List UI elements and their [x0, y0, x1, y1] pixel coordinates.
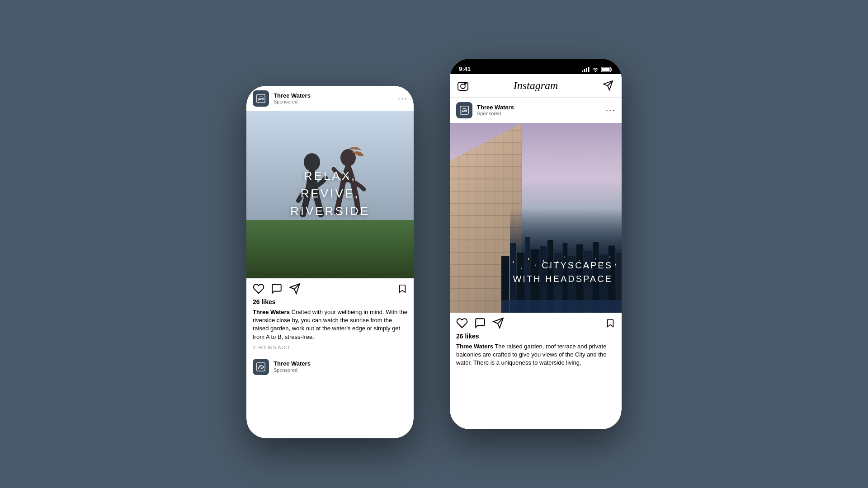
running-image: RELAX, REVIVE, RIVERSIDE: [246, 111, 414, 278]
svg-point-14: [461, 84, 465, 89]
svg-rect-9: [588, 67, 590, 72]
bottom-logo-icon-1: [256, 362, 266, 372]
post-caption-1: Three Waters Crafted with your wellbeing…: [246, 308, 414, 344]
action-icons-left-1: [253, 283, 301, 295]
svg-rect-50: [501, 300, 622, 313]
svg-point-48: [609, 256, 610, 258]
likes-count-1: 26 likes: [246, 297, 414, 308]
image-overlay-text-2: CITYSCAPES WITH HEADSPACE: [513, 258, 613, 286]
svg-rect-12: [602, 68, 610, 71]
bottom-avatar-1: [253, 359, 269, 375]
city-image: CITYSCAPES WITH HEADSPACE: [450, 123, 622, 313]
avatar-2: [456, 102, 472, 118]
account-name-1: Three Waters: [274, 92, 311, 99]
bookmark-icon-2[interactable]: [605, 317, 615, 329]
phone-2: 9:41: [450, 59, 622, 429]
camera-icon-2[interactable]: [457, 80, 469, 92]
action-bar-1: [246, 278, 414, 297]
signal-icon: [582, 67, 590, 72]
share-icon-2[interactable]: [492, 317, 504, 329]
time-ago-1: 3 HOURS AGO: [246, 344, 414, 355]
share-icon-1[interactable]: [289, 283, 301, 295]
post-header-left-2: Three Waters Sponsored: [456, 102, 514, 118]
caption-author-1: Three Waters: [253, 309, 290, 315]
svg-rect-6: [582, 70, 583, 72]
post-account-info-1: Three Waters Sponsored: [274, 92, 311, 105]
bottom-sponsored-label-1: Sponsored: [274, 367, 311, 373]
phone-1: Three Waters Sponsored ···: [246, 86, 414, 438]
heart-icon-2[interactable]: [456, 317, 468, 329]
svg-point-42: [564, 256, 565, 258]
wifi-icon: [592, 67, 599, 72]
status-bar-2: 9:41: [450, 59, 622, 74]
bottom-account-name-1: Three Waters: [274, 360, 311, 367]
more-options-1[interactable]: ···: [398, 94, 407, 103]
phone-2-screen: 9:41: [450, 59, 622, 429]
post-header-left-1: Three Waters Sponsored: [253, 90, 311, 107]
image-overlay-text-1: RELAX, REVIVE, RIVERSIDE: [290, 167, 370, 220]
account-name-2: Three Waters: [477, 104, 514, 111]
post-header-2: Three Waters Sponsored ···: [450, 98, 622, 123]
caption-author-2: Three Waters: [456, 343, 493, 350]
notch-2: [506, 59, 565, 71]
instagram-header-2: Instagram: [450, 74, 622, 98]
post-image-1: RELAX, REVIVE, RIVERSIDE: [246, 111, 414, 278]
svg-point-49: [615, 264, 616, 266]
send-icon-2[interactable]: [603, 80, 614, 92]
status-icons-2: [582, 67, 613, 72]
post-caption-2: Three Waters The raised garden, roof ter…: [450, 343, 622, 370]
post-image-2: CITYSCAPES WITH HEADSPACE: [450, 123, 622, 313]
avatar-1: [253, 90, 269, 107]
svg-rect-8: [586, 68, 587, 72]
post-account-info-2: Three Waters Sponsored: [477, 104, 514, 117]
instagram-logo-2: Instagram: [514, 80, 558, 92]
action-icons-left-2: [456, 317, 504, 329]
comment-icon-2[interactable]: [474, 317, 486, 329]
status-time-2: 9:41: [459, 66, 471, 72]
sponsored-label-2: Sponsored: [477, 111, 514, 117]
heart-icon-1[interactable]: [253, 283, 264, 295]
sponsored-label-1: Sponsored: [274, 99, 311, 105]
bookmark-icon-1[interactable]: [397, 283, 407, 295]
action-bar-2: [450, 313, 622, 332]
svg-rect-11: [611, 69, 612, 71]
phone-1-screen: Three Waters Sponsored ···: [246, 86, 414, 438]
comment-icon-1[interactable]: [271, 283, 283, 295]
more-options-2[interactable]: ···: [606, 106, 615, 115]
bottom-account-info-1: Three Waters Sponsored: [274, 360, 311, 373]
battery-icon: [601, 67, 613, 72]
svg-rect-15: [465, 83, 466, 84]
three-waters-logo-icon-2: [459, 105, 469, 115]
svg-rect-7: [584, 69, 585, 72]
post-header-1: Three Waters Sponsored ···: [246, 86, 414, 111]
likes-count-2: 26 likes: [450, 332, 622, 343]
three-waters-logo-icon: [256, 94, 266, 103]
bottom-sponsored-1: Three Waters Sponsored: [246, 355, 414, 379]
